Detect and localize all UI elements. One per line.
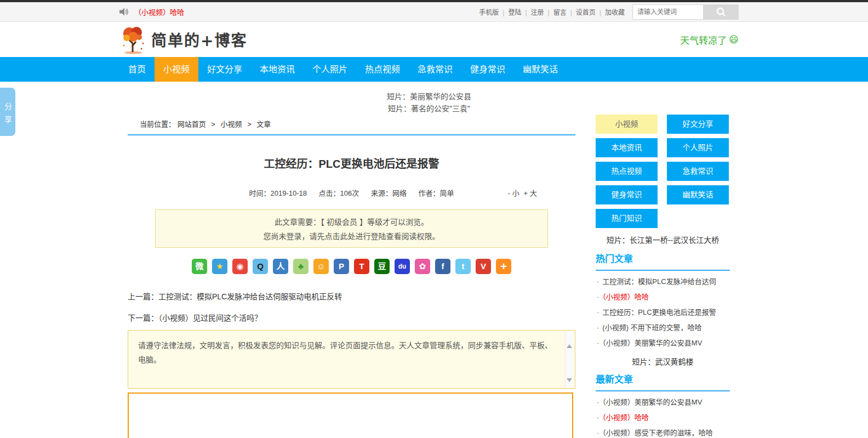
- meta-clicks: 点击：106次: [319, 189, 359, 197]
- search-icon: [716, 7, 726, 17]
- list-item[interactable]: ·工控测试：模拟PLC发脉冲给台达伺: [596, 274, 730, 289]
- link-register[interactable]: 注册: [531, 9, 544, 16]
- announcement-marquee: 短片：美丽繁华的公安县 短片：著名的公安"三袁": [119, 82, 739, 115]
- notice-line-1: 此文章需要：【 初级会员 】等级才可以浏览。: [156, 217, 547, 227]
- social-share-row: 微 ★ ◉ Q 人 ♣ ☺ P T 豆 du ✿ f t V +: [128, 259, 575, 274]
- topbar: （小视频）哈哈 手机版 登陆 注册 留言 设首页 加收藏: [0, 2, 868, 22]
- sidebar-btn-good-articles[interactable]: 好文分享: [667, 115, 729, 134]
- share-icon-facebook[interactable]: f: [435, 259, 450, 274]
- list-item[interactable]: ·（小视频）哈哈: [596, 410, 730, 425]
- share-icon-sina-weibo[interactable]: ◉: [232, 259, 248, 274]
- comment-input[interactable]: [128, 393, 573, 438]
- share-icon-wechat[interactable]: 微: [192, 259, 207, 274]
- article-column: 当前位置： 网站首页 > 小视频 > 文章 工控经历：PLC更换电池后还是报警 …: [128, 115, 575, 438]
- nav-item-jokes[interactable]: 幽默笑话: [514, 57, 567, 82]
- share-icon-netease-weibo[interactable]: V: [476, 259, 491, 274]
- share-icon-pengyou[interactable]: P: [334, 259, 349, 274]
- breadcrumb-separator: >: [211, 120, 215, 128]
- membership-notice-box: 此文章需要：【 初级会员 】等级才可以浏览。 您尚未登录，请先点击此处进行登陆查…: [155, 209, 548, 248]
- sidebar-clip-2[interactable]: 短片：武汉黄鹤楼: [596, 356, 730, 367]
- font-larger-button[interactable]: 大: [530, 189, 537, 197]
- site-name: 简单的+博客: [151, 29, 247, 50]
- breadcrumb-home[interactable]: 网站首页: [178, 120, 206, 128]
- latest-articles-heading: 最新文章: [596, 374, 730, 391]
- link-mobile-version[interactable]: 手机版: [479, 9, 499, 16]
- scrollbar-up-arrow[interactable]: [567, 333, 573, 339]
- nav-item-fitness[interactable]: 健身常识: [461, 57, 514, 82]
- sidebar-btn-hot-knowledge[interactable]: 热门知识: [596, 209, 658, 228]
- hot-articles-list: ·工控测试：模拟PLC发脉冲给台达伺 ·（小视频）哈哈 ·工控经历：PLC更换电…: [596, 274, 730, 351]
- breadcrumb-label: 当前位置：: [140, 120, 175, 128]
- list-item[interactable]: ·（小视频）美丽繁华的公安县MV: [596, 335, 730, 351]
- breadcrumb-category[interactable]: 小视频: [221, 120, 242, 128]
- share-icon-twitter[interactable]: t: [455, 259, 471, 274]
- breadcrumb-current[interactable]: 文章: [256, 120, 271, 128]
- nav-item-hot-videos[interactable]: 热点视频: [356, 57, 409, 82]
- font-size-controls: -小 +大: [505, 187, 537, 198]
- share-side-tab[interactable]: 分享: [0, 88, 15, 136]
- list-item[interactable]: ·（小视频）美丽繁华的公安县MV: [596, 395, 730, 410]
- link-message-board[interactable]: 留言: [553, 9, 567, 16]
- list-item[interactable]: ·(小视频) 不用下班的交警，哈哈: [596, 320, 730, 335]
- share-icon-meilishuo[interactable]: ✿: [415, 259, 430, 274]
- list-item[interactable]: ·工控经历：PLC更换电池后还是报警: [596, 305, 730, 320]
- font-smaller-button[interactable]: 小: [512, 189, 519, 197]
- sidebar-btn-fitness[interactable]: 健身常识: [596, 185, 658, 204]
- weather-emoji-icon: 😄: [729, 34, 739, 45]
- hot-articles-heading: 热门文章: [596, 253, 730, 271]
- sidebar-clip-1[interactable]: 短片：长江第一桥--武汉长江大桥: [596, 235, 730, 246]
- meta-source: 来源：网络: [371, 189, 407, 197]
- marquee-line-1[interactable]: 短片：美丽繁华的公安县: [119, 90, 739, 103]
- sidebar-btn-jokes[interactable]: 幽默笑话: [667, 185, 729, 204]
- nav-item-good-articles[interactable]: 好文分享: [198, 57, 251, 82]
- list-item[interactable]: ·（小视频）哈哈: [596, 289, 730, 305]
- sidebar-category-buttons: 小视频 好文分享 本地资讯 个人照片 热点视频 急救常识 健身常识 幽默笑话 热…: [596, 115, 730, 228]
- notice-line-2[interactable]: 您尚未登录，请先点击此处进行登陆查看阅读权限。: [156, 231, 547, 241]
- link-login[interactable]: 登陆: [508, 9, 521, 16]
- nav-item-local-news[interactable]: 本地资讯: [251, 57, 304, 82]
- share-icon-renren[interactable]: 人: [273, 259, 288, 274]
- next-article-link[interactable]: 下一篇：（小视频）见过民间这个活吗？: [128, 313, 575, 323]
- sidebar-btn-first-aid[interactable]: 急救常识: [667, 162, 729, 181]
- meta-author: 作者：简单: [419, 189, 454, 197]
- article-meta: 时间：2019-10-18 点击：106次 来源：网络 作者：简单 -小 +大: [128, 187, 575, 196]
- nav-item-personal-photos[interactable]: 个人照片: [304, 57, 356, 82]
- nav-item-short-videos[interactable]: 小视频: [155, 57, 198, 82]
- sidebar-btn-short-videos[interactable]: 小视频: [596, 115, 658, 134]
- share-icon-kaixin[interactable]: ♣: [293, 259, 309, 274]
- sidebar-btn-personal-photos[interactable]: 个人照片: [667, 138, 729, 157]
- scrollbar-down-arrow[interactable]: [567, 379, 573, 386]
- latest-articles-list: ·（小视频）美丽繁华的公安县MV ·（小视频）哈哈 ·（小视频）感受下老师的滋味…: [596, 395, 730, 438]
- marquee-line-2[interactable]: 短片：著名的公安"三袁": [119, 103, 739, 115]
- search-button[interactable]: [704, 4, 739, 20]
- sidebar-btn-hot-videos[interactable]: 热点视频: [596, 162, 658, 181]
- font-minus: -: [507, 189, 510, 197]
- breadcrumb-separator: >: [247, 120, 252, 128]
- share-icon-tencent-weibo[interactable]: T: [354, 259, 369, 274]
- topbar-announcement-link[interactable]: （小视频）哈哈: [134, 7, 184, 17]
- nav-item-home[interactable]: 首页: [119, 57, 155, 82]
- share-icon-qzone[interactable]: ★: [212, 259, 227, 274]
- link-add-favorite[interactable]: 加收藏: [605, 9, 625, 16]
- logo-tree-icon: [119, 25, 147, 54]
- list-item[interactable]: ·（小视频）感受下老师的滋味，哈哈: [596, 425, 730, 438]
- main-nav: 首页 小视频 好文分享 本地资讯 个人照片 热点视频 急救常识 健身常识 幽默笑…: [0, 57, 868, 82]
- article-title: 工控经历：PLC更换电池后还是报警: [128, 155, 575, 171]
- breadcrumb: 当前位置： 网站首页 > 小视频 > 文章: [128, 115, 575, 135]
- sidebar-btn-local-news[interactable]: 本地资讯: [596, 138, 658, 157]
- comment-rules-box: 请遵守法律法规，文明发言，积极发表您的知识与见解。评论页面提示信息。天人文章管理…: [128, 330, 575, 389]
- nav-item-first-aid[interactable]: 急救常识: [409, 57, 461, 82]
- scrollbar[interactable]: [565, 331, 574, 388]
- share-icon-taojianghu[interactable]: ☺: [313, 259, 329, 274]
- share-icon-douban[interactable]: 豆: [374, 259, 390, 274]
- share-icon-qq[interactable]: Q: [253, 259, 268, 274]
- share-icon-baidu-collect[interactable]: du: [395, 259, 410, 274]
- site-logo[interactable]: 简单的+博客: [119, 25, 247, 54]
- weather-text: 天气转凉了: [680, 33, 727, 47]
- site-header: 简单的+博客 天气转凉了 😄: [0, 22, 868, 57]
- share-icon-more-share[interactable]: +: [496, 259, 511, 274]
- prev-article-link[interactable]: 上一篇：工控测试：模拟PLC发脉冲给台达伺服驱动电机正反转: [128, 292, 575, 302]
- search-input[interactable]: [632, 4, 704, 20]
- meta-time: 时间：2019-10-18: [249, 189, 307, 197]
- link-set-homepage[interactable]: 设首页: [576, 9, 596, 16]
